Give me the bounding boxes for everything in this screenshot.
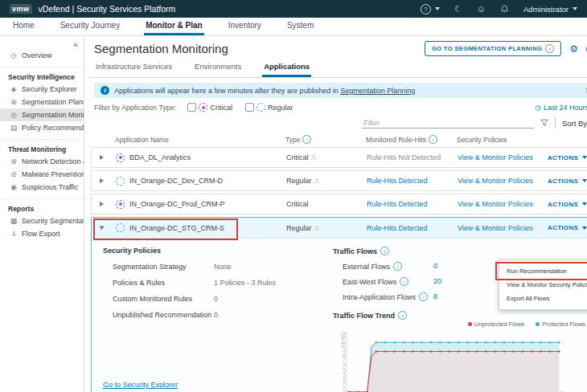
dark-mode-toggle[interactable]: ☾ <box>454 4 462 14</box>
protected-flows-legend-dot <box>536 322 540 326</box>
caret-down-icon <box>582 179 587 182</box>
table-row[interactable]: IN_Orange-DC_Dev_CRM-D Regular⚠ Rule-Hit… <box>91 170 587 191</box>
go-to-security-explorer-link[interactable]: Go to Security Explorer <box>103 381 178 389</box>
nav-item-home[interactable]: Home <box>11 18 36 35</box>
svg-text:9: 9 <box>343 349 345 353</box>
info-icon: i <box>545 44 554 53</box>
external-flows-value: 0 <box>433 262 437 270</box>
rule-hits-detected-link[interactable]: Rule-Hits Detected <box>367 224 458 232</box>
sidebar-item-segmentation-planning[interactable]: ⊕ Segmentation Planning <box>0 96 84 108</box>
time-range-dropdown[interactable]: ◷ Last 24 Hours <box>535 104 587 112</box>
sidebar-item-flow-export[interactable]: ⇓ Flow Export <box>0 227 84 240</box>
segmentation-monitoring-icon: ◎ <box>10 111 18 119</box>
svg-text:11: 11 <box>341 341 345 345</box>
go-to-segmentation-planning-button[interactable]: GO TO SEGMENTATION PLANNING i <box>425 41 561 56</box>
detail-row: Segmentation Strategy None <box>103 263 328 271</box>
table-header: Application Name Type i Monitored Rule-H… <box>91 129 587 147</box>
sidebar-item-network-detection[interactable]: ⊗ Network Detection & Res... <box>0 155 84 168</box>
sidebar-item-security-explorer[interactable]: ◈ Security Explorer <box>0 83 84 96</box>
rule-hits-detected-link[interactable]: Rule-Hits Detected <box>367 177 458 185</box>
user-menu-button[interactable]: Administrator <box>523 5 577 14</box>
banner-segmentation-planning-link[interactable]: Segmentation Planning <box>340 87 415 95</box>
sidebar-item-policy-recommendations[interactable]: ▤ Policy Recommendations <box>0 121 84 134</box>
column-monitored-rule-hits: Monitored Rule-Hits i <box>366 135 457 144</box>
critical-checkbox[interactable] <box>187 103 196 112</box>
table-row[interactable]: IN_Orange-DC_STG_CRM-S Regular⚠ Rule-Hit… <box>92 218 587 239</box>
expand-chevron-icon[interactable] <box>100 202 104 206</box>
view-monitor-policies-link[interactable]: View & Monitor Policies <box>458 200 548 208</box>
expand-chevron-icon[interactable] <box>100 178 104 183</box>
detail-row: Custom Monitored Rules 0 <box>103 295 328 303</box>
actions-dropdown[interactable]: ACTIONS <box>548 224 587 231</box>
regular-type-icon <box>257 103 265 112</box>
svg-text:7: 7 <box>343 358 345 362</box>
menu-item-run-recommendation[interactable]: Run Recommendation <box>499 264 587 278</box>
svg-text:3: 3 <box>343 377 345 381</box>
tab-environments[interactable]: Environments <box>193 59 243 77</box>
notifications-button[interactable] <box>500 5 509 14</box>
sidebar-item-overview[interactable]: ◷ Overview <box>0 49 84 62</box>
collapse-chevron-icon[interactable] <box>100 226 105 230</box>
help-menu-button[interactable]: ? <box>421 4 440 14</box>
info-icon[interactable]: i <box>398 311 407 320</box>
rule-hits-detected-link[interactable]: Rule-Hits Detected <box>367 200 458 208</box>
sidebar: « ◷ Overview Security Intelligence ◈ Sec… <box>0 36 84 392</box>
sort-by-dropdown[interactable]: Sort By <box>562 119 587 128</box>
info-icon[interactable]: i <box>393 262 402 271</box>
nav-item-security-journey[interactable]: Security Journey <box>59 18 121 35</box>
tab-applications[interactable]: Applications <box>262 59 311 77</box>
regular-checkbox[interactable] <box>245 103 254 112</box>
overview-icon: ◷ <box>10 51 18 59</box>
svg-text:12: 12 <box>341 336 346 340</box>
actions-dropdown[interactable]: ACTIONS <box>548 201 587 208</box>
menu-item-export-all-flows[interactable]: Export All Flows <box>499 292 587 305</box>
menu-item-view-monitor-security-policies[interactable]: View & Monitor Security Policies <box>499 278 587 292</box>
info-icon[interactable]: i <box>400 277 408 286</box>
security-policies-title: Security Policies <box>103 247 328 255</box>
info-icon[interactable]: i <box>429 135 437 144</box>
funnel-filter-icon[interactable] <box>540 119 548 127</box>
actions-dropdown[interactable]: ACTIONS <box>548 154 587 161</box>
divider <box>555 117 556 129</box>
report-icon: ▦ <box>10 217 18 225</box>
nav-item-inventory[interactable]: Inventory <box>227 18 263 35</box>
regular-app-icon <box>116 177 125 186</box>
view-monitor-policies-link[interactable]: View & Monitor Policies <box>458 153 548 161</box>
unprotected-flows-legend-dot <box>468 322 472 326</box>
nav-item-monitor-plan[interactable]: Monitor & Plan <box>144 18 204 35</box>
sidebar-item-security-segmentation-report[interactable]: ▦ Security Segmentation R... <box>0 214 84 227</box>
feedback-button[interactable]: ☺ <box>477 4 486 14</box>
warning-icon: ⚠ <box>314 224 321 232</box>
actions-dropdown[interactable]: ACTIONS <box>548 178 587 185</box>
sidebar-item-segmentation-monitoring[interactable]: ◎ Segmentation Monitoring <box>0 108 84 121</box>
sidebar-collapse-button[interactable]: « <box>73 39 78 49</box>
top-bar: vmw vDefend | Security Services Platform… <box>0 0 587 18</box>
security-policies-panel: Security Policies Segmentation Strategy … <box>103 247 328 319</box>
view-monitor-policies-link[interactable]: View & Monitor Policies <box>458 177 548 185</box>
table-row[interactable]: IN_Orange-DC_Prod_CRM-P Critical Rule-Hi… <box>91 194 587 214</box>
info-icon[interactable]: i <box>302 135 311 144</box>
filter-input[interactable] <box>362 118 534 129</box>
vmware-logo: vmw <box>10 4 32 14</box>
settings-gear-icon[interactable]: ⚙ <box>569 44 578 54</box>
svg-text:13: 13 <box>341 332 346 336</box>
policies-rules-link[interactable]: 1 Policies - 3 Rules <box>214 279 276 287</box>
view-monitor-policies-link[interactable]: View & Monitor Policies <box>458 224 548 232</box>
filter-regular-option: Regular <box>245 103 294 112</box>
sidebar-item-suspicious-traffic[interactable]: ◉ Suspicious Traffic <box>0 181 84 194</box>
critical-app-icon <box>116 200 125 209</box>
east-west-flows-value: 20 <box>433 277 441 285</box>
info-icon[interactable]: i <box>380 247 389 255</box>
sidebar-item-malware-prevention[interactable]: ⊘ Malware Prevention <box>0 168 84 181</box>
nav-item-system[interactable]: System <box>285 18 315 35</box>
app-window: vmw vDefend | Security Services Platform… <box>0 0 587 392</box>
info-icon[interactable]: i <box>419 292 428 301</box>
table-row[interactable]: BDA_DL_Analytics Critical⚠ Rule-Hits Not… <box>91 147 587 168</box>
suspicious-traffic-icon: ◉ <box>10 183 18 191</box>
actions-context-menu: Run Recommendation View & Monitor Securi… <box>499 259 587 310</box>
critical-app-icon <box>116 153 125 162</box>
tab-bar: Infrastructure Services Environments App… <box>91 59 587 78</box>
tab-infrastructure-services[interactable]: Infrastructure Services <box>94 59 174 77</box>
expand-chevron-icon[interactable] <box>100 155 104 160</box>
column-application-name: Application Name <box>115 136 285 144</box>
